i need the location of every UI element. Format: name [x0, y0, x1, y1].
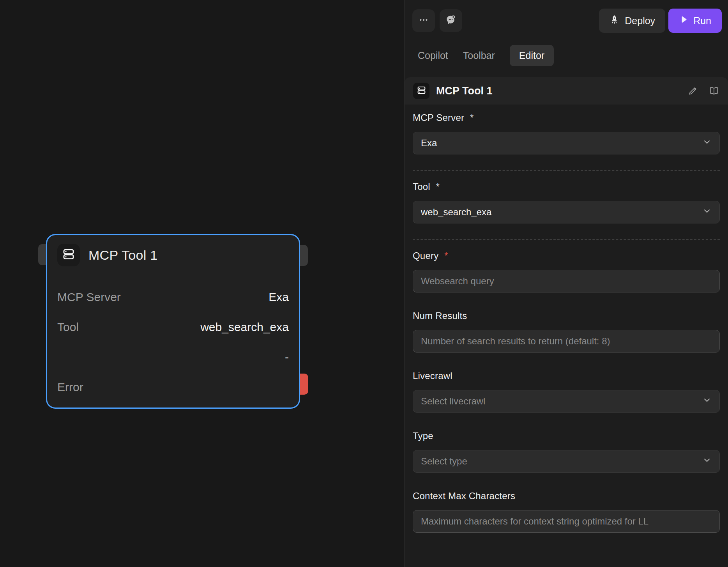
server-stack-icon	[417, 85, 426, 97]
run-button-label: Run	[693, 15, 711, 27]
panel-tabs: Copilot Toolbar Editor	[418, 44, 728, 66]
node-body: MCP Server Exa Tool web_search_exa - Err…	[47, 275, 299, 395]
chevron-down-icon	[702, 455, 712, 467]
context-max-characters-input[interactable]	[413, 510, 720, 533]
node-title: MCP Tool 1	[88, 248, 158, 263]
node-icon-chip	[57, 244, 80, 266]
deploy-button[interactable]: Deploy	[599, 9, 665, 33]
node-row: -	[57, 349, 289, 365]
field-label: Num Results	[413, 310, 720, 321]
field-label: Livecrawl	[413, 370, 720, 381]
required-marker: *	[444, 251, 448, 261]
node-row-value: web_search_exa	[200, 321, 289, 334]
node-row-value: Exa	[269, 291, 289, 304]
node-row-label: Tool	[57, 321, 79, 334]
field-tool: Tool * web_search_exa	[413, 181, 720, 223]
tab-copilot[interactable]: Copilot	[418, 50, 448, 61]
field-label: Type	[413, 431, 720, 441]
node-header: MCP Tool 1	[47, 235, 299, 275]
chevron-down-icon	[702, 395, 712, 407]
mcp-tool-node[interactable]: MCP Tool 1 MCP Server Exa Tool web_searc…	[46, 234, 300, 409]
num-results-input[interactable]	[413, 330, 720, 353]
node-row-value: -	[285, 351, 289, 364]
node-row: Tool web_search_exa	[57, 319, 289, 335]
play-icon	[679, 15, 688, 27]
field-label: Query *	[413, 250, 720, 261]
panel-toolbar: Deploy Run	[405, 0, 728, 33]
node-row-label: Error	[57, 381, 83, 394]
section-divider	[413, 239, 720, 240]
livecrawl-select[interactable]: Select livecrawl	[413, 390, 720, 413]
required-marker: *	[436, 182, 440, 192]
mcp-server-select[interactable]: Exa	[413, 132, 720, 154]
run-button[interactable]: Run	[668, 9, 722, 33]
field-label: Context Max Characters	[413, 491, 720, 501]
rocket-icon	[609, 14, 620, 27]
section-divider	[413, 170, 720, 171]
copilot-chat-button[interactable]	[440, 9, 462, 32]
tool-select[interactable]: web_search_exa	[413, 201, 720, 223]
node-row: Error	[57, 379, 289, 395]
editor-header: MCP Tool 1	[405, 77, 728, 105]
node-row-label: MCP Server	[57, 291, 121, 304]
editor-form: MCP Server * Exa Tool * web_search_exa	[405, 105, 728, 533]
tab-toolbar[interactable]: Toolbar	[463, 50, 495, 61]
node-card[interactable]: MCP Tool 1 MCP Server Exa Tool web_searc…	[46, 234, 300, 409]
field-context-max-characters: Context Max Characters	[413, 491, 720, 533]
node-row: MCP Server Exa	[57, 289, 289, 305]
docs-book-icon[interactable]	[709, 85, 719, 96]
ellipsis-icon	[418, 14, 429, 27]
field-mcp-server: MCP Server * Exa	[413, 112, 720, 154]
edit-pencil-icon[interactable]	[687, 85, 698, 96]
tab-editor[interactable]: Editor	[510, 45, 554, 66]
field-livecrawl: Livecrawl Select livecrawl	[413, 370, 720, 413]
editor-panel: Deploy Run Copilot Toolbar Editor	[404, 0, 728, 567]
field-type: Type Select type	[413, 431, 720, 473]
editor-icon-chip	[413, 83, 429, 99]
server-stack-icon	[62, 248, 75, 262]
field-label: Tool *	[413, 181, 720, 192]
chat-bubble-icon	[445, 14, 457, 28]
workflow-canvas[interactable]: MCP Tool 1 MCP Server Exa Tool web_searc…	[0, 0, 404, 567]
field-label: MCP Server *	[413, 112, 720, 123]
field-query: Query *	[413, 250, 720, 292]
type-select[interactable]: Select type	[413, 450, 720, 473]
deploy-button-label: Deploy	[625, 15, 655, 27]
chevron-down-icon	[702, 137, 712, 149]
query-input[interactable]	[413, 270, 720, 292]
field-num-results: Num Results	[413, 310, 720, 353]
chevron-down-icon	[702, 206, 712, 218]
editor-title: MCP Tool 1	[436, 85, 493, 97]
required-marker: *	[470, 113, 474, 123]
more-options-button[interactable]	[412, 9, 435, 32]
